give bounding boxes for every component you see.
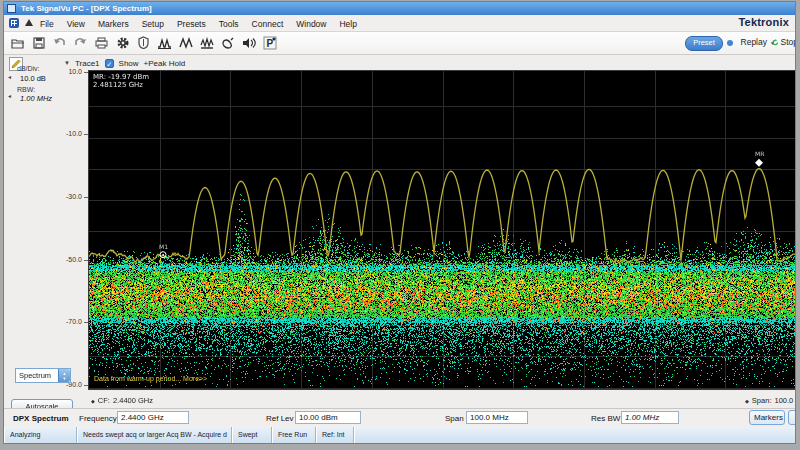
trace-settings-bar: ▼ Trace1 ✓ Show +Peak Hold	[64, 57, 185, 69]
title-bar[interactable]: Tek SignalVu PC - [DPX Spectrum]	[4, 2, 795, 15]
y-tick--10: -10.0	[52, 130, 82, 137]
app-window: Tek SignalVu PC - [DPX Spectrum] File Vi…	[3, 1, 796, 444]
trace-math-icon[interactable]	[199, 35, 214, 50]
cf-value: 2.4400 GHz	[113, 396, 153, 405]
trace-dropdown-icon[interactable]: ▼	[64, 60, 70, 66]
span-setting-label: Span	[445, 414, 464, 423]
desktop: Tek SignalVu PC - [DPX Spectrum] File Vi…	[0, 0, 800, 450]
y-tick--50: -50.0	[52, 256, 82, 263]
menu-file[interactable]: File	[40, 19, 54, 29]
settings-gear-icon[interactable]	[115, 35, 130, 50]
marker-readout: MR: -19.97 dBm 2.481125 GHz	[93, 73, 149, 89]
span-readout[interactable]: ◆ Span: 100.0	[745, 396, 796, 405]
menu-markers[interactable]: Markers	[98, 19, 129, 29]
marker-readout-frequency: 2.481125 GHz	[93, 81, 149, 89]
peak-hold-label[interactable]: +Peak Hold	[144, 59, 186, 68]
menu-items: File View Markers Setup Presets Tools Co…	[40, 15, 357, 32]
y-tick-10: 10.0	[52, 68, 82, 75]
open-icon[interactable]	[10, 35, 25, 50]
y-tick--70: -70.0	[52, 318, 82, 325]
settings-bar: DPX Spectrum Frequency Ref Lev Span Res …	[4, 408, 795, 427]
view-selector-value: Spectrum	[16, 371, 58, 380]
window-bottom-edge	[4, 443, 795, 444]
show-checkbox[interactable]: ✓	[105, 59, 114, 68]
span-label: Span:	[752, 396, 772, 405]
span-diamond-icon: ◆	[745, 398, 749, 404]
menu-bar: File View Markers Setup Presets Tools Co…	[4, 15, 795, 32]
y-tick--30: -30.0	[52, 193, 82, 200]
spectrum-display-icon[interactable]	[157, 35, 172, 50]
stop-icon	[772, 38, 779, 47]
center-frequency-readout[interactable]: ◆ CF: 2.4400 GHz	[91, 396, 153, 405]
markers-button[interactable]: Markers	[749, 410, 785, 425]
rbw-label: RBW:	[17, 86, 35, 93]
db-div-value[interactable]: 10.0 dB	[20, 74, 46, 83]
ref-lev-label: Ref Lev	[266, 414, 294, 423]
menu-window[interactable]: Window	[296, 19, 326, 29]
dpx-canvas	[89, 71, 796, 389]
spinner-icon[interactable]: ▲▼	[58, 369, 70, 382]
save-icon[interactable]	[31, 35, 46, 50]
window-title: Tek SignalVu PC - [DPX Spectrum]	[21, 2, 152, 15]
span-input[interactable]	[466, 411, 528, 424]
status-reference: Ref: Int	[316, 427, 354, 443]
view-selector-dropdown[interactable]: Spectrum ▲▼	[15, 368, 71, 383]
print-icon[interactable]	[94, 35, 109, 50]
trace-icon[interactable]	[178, 35, 193, 50]
preset-button[interactable]: Preset	[685, 36, 723, 51]
app-icon[interactable]	[9, 18, 19, 28]
audio-icon[interactable]	[241, 35, 256, 50]
status-bar: Analyzing Needs swept acq or larger Acq …	[4, 427, 795, 443]
status-acquisition-warning: Needs swept acq or larger Acq BW - Acqui…	[77, 427, 232, 443]
menu-help[interactable]: Help	[339, 19, 356, 29]
marker-readout-amplitude: MR: -19.97 dBm	[93, 73, 149, 81]
tek-mark-icon[interactable]	[25, 19, 33, 26]
toolbar: P Preset Replay ▼ Stop	[4, 32, 795, 55]
frequency-input[interactable]	[117, 411, 189, 424]
stop-button[interactable]: Stop	[772, 37, 796, 47]
menu-connect[interactable]: Connect	[252, 19, 284, 29]
redo-icon[interactable]	[73, 35, 88, 50]
replay-button[interactable]: Replay	[741, 37, 767, 47]
app-window-icon	[7, 4, 16, 13]
status-empty	[354, 427, 795, 443]
rbw-arrow-icon[interactable]: ◄	[7, 93, 12, 99]
ref-lev-input[interactable]	[295, 411, 361, 424]
menu-presets[interactable]: Presets	[177, 19, 206, 29]
res-bw-input[interactable]	[621, 411, 679, 424]
rbw-value[interactable]: 1.00 MHz	[20, 94, 52, 103]
undo-icon[interactable]	[52, 35, 67, 50]
trace-button[interactable]: Tra	[788, 410, 796, 425]
status-sweep-mode: Swept	[232, 427, 272, 443]
cf-label: CF:	[98, 396, 110, 405]
status-analyzing: Analyzing	[4, 427, 77, 443]
status-trigger-mode: Free Run	[272, 427, 316, 443]
db-div-arrow-icon[interactable]: ◄	[7, 74, 12, 80]
warmup-warning-link[interactable]: Data from warm-up period... More>>	[94, 375, 207, 382]
mode-label: DPX Spectrum	[13, 414, 69, 423]
menu-setup[interactable]: Setup	[142, 19, 164, 29]
db-div-label: dB/Div:	[17, 65, 40, 72]
touch-icon[interactable]	[220, 35, 235, 50]
shield-icon[interactable]	[136, 35, 151, 50]
playback-marker-icon[interactable]: P	[262, 35, 277, 50]
replay-status-icon	[727, 40, 733, 46]
trace-name[interactable]: Trace1	[75, 59, 100, 68]
span-value: 100.0	[774, 396, 793, 405]
stop-label: Stop	[781, 37, 797, 47]
frequency-label: Frequency	[79, 414, 117, 423]
menu-view[interactable]: View	[67, 19, 85, 29]
show-label: Show	[119, 59, 139, 68]
res-bw-label: Res BW	[591, 414, 620, 423]
cf-diamond-icon: ◆	[91, 398, 95, 404]
tektronix-logo: Tektronix	[739, 16, 790, 28]
dpx-spectrum-display[interactable]: MR: -19.97 dBm 2.481125 GHz Data from wa…	[88, 70, 796, 390]
menu-tools[interactable]: Tools	[219, 19, 239, 29]
svg-text:P: P	[266, 38, 273, 49]
